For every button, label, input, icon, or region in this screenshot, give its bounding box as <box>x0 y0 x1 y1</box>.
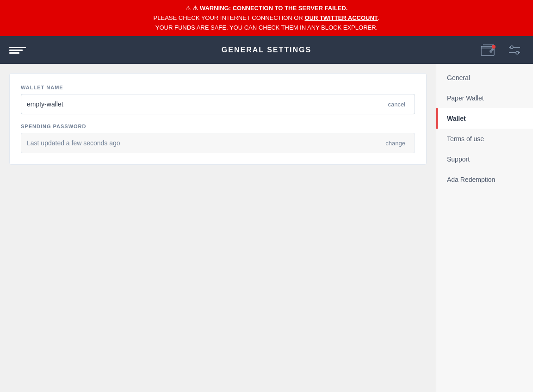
main-layout: WALLET NAME cancel SPENDING PASSWORD Las… <box>0 64 533 392</box>
sidebar: General Paper Wallet Wallet Terms of use… <box>436 64 533 392</box>
warning-icon: ⚠ <box>186 5 191 12</box>
sidebar-item-paper-wallet[interactable]: Paper Wallet <box>436 88 533 108</box>
warning-banner: ⚠ ⚠ WARNING: CONNECTION TO THE SERVER FA… <box>0 0 533 36</box>
change-password-button[interactable]: change <box>382 138 409 149</box>
header-icons <box>479 41 524 59</box>
wallet-name-section: WALLET NAME cancel <box>21 85 415 114</box>
logo <box>9 42 26 58</box>
logo-line-3 <box>9 52 19 54</box>
wallet-name-label: WALLET NAME <box>21 85 415 90</box>
wallet-name-input-wrapper: cancel <box>21 94 415 114</box>
logo-line-2 <box>9 50 23 51</box>
spending-password-section: SPENDING PASSWORD Last updated a few sec… <box>21 124 415 153</box>
sidebar-item-support[interactable]: Support <box>436 149 533 169</box>
logo-icon <box>9 42 26 58</box>
warning-line1: ⚠ ⚠ WARNING: CONNECTION TO THE SERVER FA… <box>9 4 524 13</box>
settings-button[interactable] <box>505 41 524 59</box>
page-title: GENERAL SETTINGS <box>222 46 311 54</box>
svg-point-2 <box>490 50 492 53</box>
twitter-link[interactable]: OUR TWITTER ACCOUNT <box>304 14 378 21</box>
logo-line-1 <box>9 47 26 48</box>
sidebar-item-ada-redemption-label: Ada Redemption <box>447 176 495 183</box>
sidebar-item-general-label: General <box>447 74 470 81</box>
sidebar-item-wallet-label: Wallet <box>447 115 466 122</box>
svg-point-3 <box>492 45 496 49</box>
sidebar-item-paper-wallet-label: Paper Wallet <box>447 94 484 102</box>
wallet-name-input[interactable] <box>27 100 384 108</box>
spending-password-label: SPENDING PASSWORD <box>21 124 415 129</box>
wallet-button[interactable] <box>479 41 498 59</box>
header: GENERAL SETTINGS <box>0 36 533 64</box>
sidebar-item-wallet[interactable]: Wallet <box>436 108 533 129</box>
svg-point-5 <box>510 46 513 49</box>
sidebar-item-support-label: Support <box>447 156 470 163</box>
svg-point-7 <box>516 51 519 54</box>
content-area: WALLET NAME cancel SPENDING PASSWORD Las… <box>0 64 436 392</box>
warning-check-text: PLEASE CHECK YOUR INTERNET CONNECTION OR <box>154 14 303 21</box>
sidebar-item-terms-of-use-label: Terms of use <box>447 135 484 143</box>
warning-line3: YOUR FUNDS ARE SAFE, YOU CAN CHECK THEM … <box>9 23 524 33</box>
cancel-button[interactable]: cancel <box>384 99 409 110</box>
spending-password-wrapper: Last updated a few seconds ago change <box>21 133 415 153</box>
warning-title: ⚠ WARNING: CONNECTION TO THE SERVER FAIL… <box>192 5 347 12</box>
sidebar-item-terms-of-use[interactable]: Terms of use <box>436 129 533 149</box>
warning-line2: PLEASE CHECK YOUR INTERNET CONNECTION OR… <box>9 13 524 23</box>
settings-card: WALLET NAME cancel SPENDING PASSWORD Las… <box>9 73 427 165</box>
sidebar-item-general[interactable]: General <box>436 68 533 88</box>
sidebar-item-ada-redemption[interactable]: Ada Redemption <box>436 169 533 190</box>
spending-password-status: Last updated a few seconds ago <box>27 139 382 147</box>
